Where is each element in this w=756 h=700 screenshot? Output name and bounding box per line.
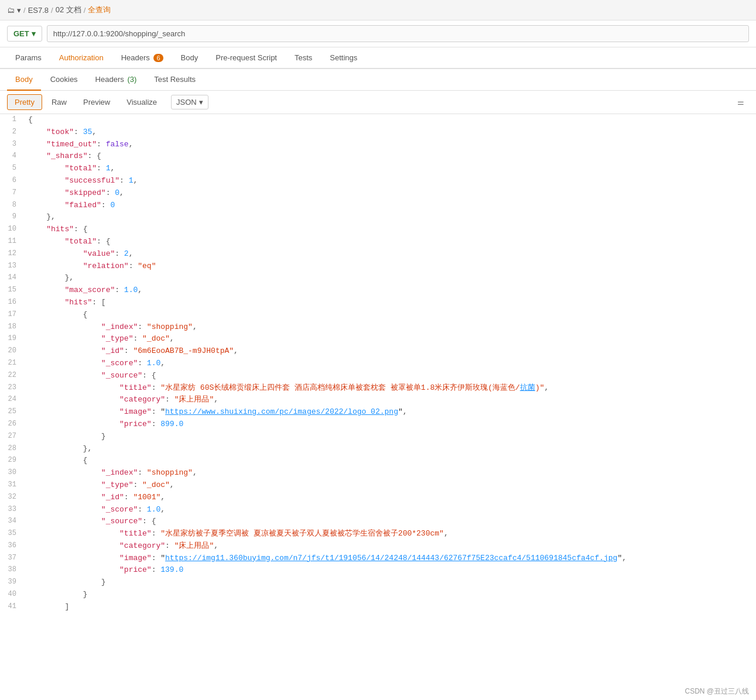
- line-content: "_index": "shopping",: [23, 467, 756, 479]
- format-raw-btn[interactable]: Raw: [45, 95, 74, 109]
- line-content: "_index": "shopping",: [23, 321, 756, 334]
- code-view[interactable]: 1{2 "took": 35,3 "timed_out": false,4 "_…: [0, 114, 756, 685]
- json-format-label: JSON: [176, 98, 197, 107]
- line-number: 33: [0, 504, 23, 516]
- table-row: 27 }: [0, 431, 756, 443]
- line-number: 25: [0, 406, 23, 418]
- line-number: 16: [0, 297, 23, 309]
- format-pretty-btn[interactable]: Pretty: [7, 94, 42, 110]
- line-content: "_id": "6m6EooAB7B_-m9JH0tpA",: [23, 345, 756, 358]
- line-number: 6: [0, 175, 23, 187]
- tab-body[interactable]: Body: [173, 47, 207, 69]
- line-number: 13: [0, 260, 23, 273]
- line-content: "_shards": {: [23, 150, 756, 163]
- line-number: 36: [0, 540, 23, 553]
- line-content: {: [23, 114, 756, 126]
- response-tab-body[interactable]: Body: [7, 69, 41, 91]
- table-row: 17 {: [0, 309, 756, 321]
- line-content: "relation": "eq": [23, 260, 756, 273]
- table-row: 9 },: [0, 211, 756, 224]
- table-row: 5 "total": 1,: [0, 163, 756, 175]
- inline-link[interactable]: 抗菌: [520, 383, 535, 392]
- line-number: 5: [0, 163, 23, 175]
- method-select[interactable]: GET ▾: [7, 26, 42, 42]
- json-chevron-icon: ▾: [199, 98, 203, 107]
- table-row: 10 "hits": {: [0, 224, 756, 236]
- line-number: 29: [0, 455, 23, 467]
- table-row: 11 "total": {: [0, 236, 756, 248]
- line-number: 2: [0, 126, 23, 139]
- url-link[interactable]: https://www.shuixing.com/pc/images/2022/…: [165, 407, 398, 416]
- line-number: 15: [0, 284, 23, 297]
- line-content: "successful": 1,: [23, 175, 756, 187]
- breadcrumb-sep: /: [23, 6, 26, 15]
- line-content: },: [23, 211, 756, 224]
- line-content: "_source": {: [23, 370, 756, 382]
- response-headers-badge: (3): [127, 75, 136, 84]
- table-row: 7 "skipped": 0,: [0, 187, 756, 200]
- line-content: "max_score": 1.0,: [23, 284, 756, 297]
- code-table: 1{2 "took": 35,3 "timed_out": false,4 "_…: [0, 114, 756, 613]
- json-format-selector[interactable]: JSON ▾: [171, 95, 208, 109]
- response-tab-headers[interactable]: Headers (3): [87, 69, 145, 91]
- response-tab-cookies[interactable]: Cookies: [42, 69, 86, 91]
- tab-headers[interactable]: Headers 6: [113, 47, 172, 69]
- table-row: 21 "_score": 1.0,: [0, 358, 756, 370]
- line-content: }: [23, 431, 756, 443]
- line-content: "hits": {: [23, 224, 756, 236]
- tab-tests[interactable]: Tests: [286, 47, 320, 69]
- line-number: 35: [0, 528, 23, 540]
- filter-icon[interactable]: ⚌: [733, 95, 749, 109]
- line-content: },: [23, 443, 756, 455]
- tab-params[interactable]: Params: [7, 47, 50, 69]
- format-preview-btn[interactable]: Preview: [76, 95, 117, 109]
- table-row: 35 "title": "水星家纺被子夏季空调被 夏凉被夏天被子双人夏被被芯学生…: [0, 528, 756, 540]
- folder-icon: 🗂: [7, 6, 15, 15]
- table-row: 20 "_id": "6m6EooAB7B_-m9JH0tpA",: [0, 345, 756, 358]
- table-row: 12 "value": 2,: [0, 248, 756, 260]
- line-content: "_id": "1001",: [23, 492, 756, 504]
- line-content: "_score": 1.0,: [23, 358, 756, 370]
- line-number: 40: [0, 589, 23, 601]
- url-link[interactable]: https://img11.360buyimg.com/n7/jfs/t1/19…: [165, 554, 617, 562]
- table-row: 23 "title": "水星家纺 60S长绒棉贡缎床上四件套 酒店高档纯棉床单…: [0, 382, 756, 394]
- line-number: 23: [0, 382, 23, 394]
- breadcrumb-sep2: /: [51, 6, 53, 15]
- url-input[interactable]: [47, 25, 749, 42]
- request-tabs: Params Authorization Headers 6 Body Pre-…: [0, 47, 756, 69]
- line-number: 28: [0, 443, 23, 455]
- line-number: 26: [0, 418, 23, 431]
- table-row: 26 "price": 899.0: [0, 418, 756, 431]
- breadcrumb-sep3: /: [84, 6, 86, 15]
- tab-authorization[interactable]: Authorization: [51, 47, 112, 69]
- line-content: }: [23, 589, 756, 601]
- line-content: "price": 139.0: [23, 564, 756, 577]
- table-row: 37 "image": "https://img11.360buyimg.com…: [0, 553, 756, 565]
- table-row: 32 "_id": "1001",: [0, 492, 756, 504]
- response-tab-test-results[interactable]: Test Results: [146, 69, 204, 91]
- line-content: {: [23, 309, 756, 321]
- line-number: 1: [0, 114, 23, 126]
- table-row: 38 "price": 139.0: [0, 564, 756, 577]
- line-number: 11: [0, 236, 23, 248]
- table-row: 28 },: [0, 443, 756, 455]
- line-number: 34: [0, 516, 23, 528]
- breadcrumb-chevron: ▾: [17, 6, 21, 15]
- table-row: 2 "took": 35,: [0, 126, 756, 139]
- line-content: "image": "https://img11.360buyimg.com/n7…: [23, 553, 756, 565]
- breadcrumb-docs: 02 文档: [56, 5, 81, 15]
- line-number: 9: [0, 211, 23, 224]
- breadcrumb-active[interactable]: 全查询: [88, 5, 111, 15]
- table-row: 29 {: [0, 455, 756, 467]
- line-number: 17: [0, 309, 23, 321]
- line-number: 31: [0, 479, 23, 492]
- table-row: 33 "_score": 1.0,: [0, 504, 756, 516]
- tab-settings[interactable]: Settings: [321, 47, 365, 69]
- line-content: "skipped": 0,: [23, 187, 756, 200]
- method-label: GET: [13, 29, 29, 38]
- line-number: 8: [0, 200, 23, 212]
- tab-pre-request-script[interactable]: Pre-request Script: [207, 47, 285, 69]
- table-row: 14 },: [0, 272, 756, 284]
- line-number: 20: [0, 345, 23, 358]
- format-visualize-btn[interactable]: Visualize: [119, 95, 164, 109]
